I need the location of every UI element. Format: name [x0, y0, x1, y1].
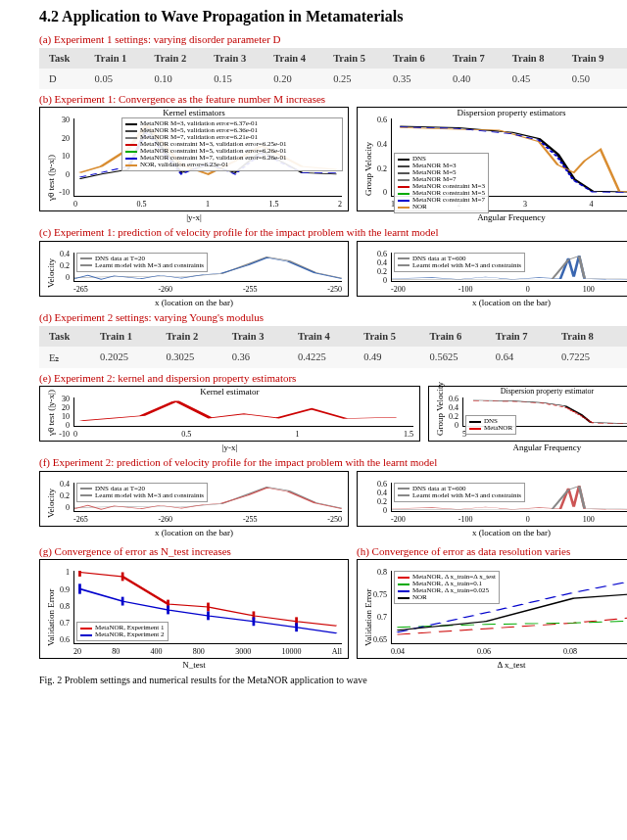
- cell: 0.05: [91, 69, 151, 89]
- col-header: Train 4: [269, 48, 329, 69]
- panel-b-right-ylabel: Group Velocity: [363, 142, 373, 196]
- col-header: Train 6: [389, 48, 449, 69]
- panel-g-ylabel: Validation Error: [46, 589, 56, 646]
- panel-a-caption: (a) Experiment 1 settings: varying disor…: [39, 33, 627, 46]
- panel-c-right-xlabel: x (location on the bar): [357, 298, 627, 307]
- panel-e-left-title: Kernel estimator: [40, 387, 419, 397]
- col-header: Train 8: [557, 326, 623, 347]
- panel-e-right-chart: Dispersion property estimator 0.60.40.20…: [428, 386, 627, 442]
- panel-b-right-title: Dispersion property estimators: [358, 108, 627, 117]
- cell: 0.4225: [294, 347, 360, 368]
- cell: 0.36: [228, 347, 294, 368]
- cell: 0.50: [568, 69, 627, 89]
- cell: 0.40: [449, 69, 508, 89]
- panel-g-xlabel: N_test: [39, 660, 349, 670]
- panel-g-caption: (g) Convergence of error as N_test incre…: [39, 545, 349, 558]
- panel-c-left-chart: 0.40.20-265-260-255-250 DNS data at T=20…: [39, 241, 349, 297]
- col-header: Train 9: [568, 48, 627, 69]
- panel-c-caption: (c) Experiment 1: prediction of velocity…: [39, 226, 627, 239]
- cell: 0.5625: [426, 347, 492, 368]
- col-header: Task: [39, 48, 91, 69]
- panel-e-caption: (e) Experiment 2: kernel and dispersion …: [39, 372, 627, 385]
- cell: 0.2025: [96, 347, 162, 368]
- col-header: Train 7: [449, 48, 508, 69]
- col-header: Train 2: [162, 326, 227, 347]
- panel-e-right-ylabel: Group Velocity: [435, 382, 445, 436]
- panel-b-left-ylabel: γθ test (|y-x|): [46, 155, 56, 201]
- panel-a-table: TaskTrain 1Train 2Train 3Train 4Train 5T…: [39, 48, 627, 89]
- col-header: Train 3: [228, 326, 294, 347]
- cell: 0.25: [623, 347, 627, 368]
- panel-d-table: TaskTrain 1Train 2Train 3Train 4Train 5T…: [39, 326, 627, 368]
- col-header: Test: [623, 326, 627, 347]
- panel-e-left-xlabel: |y-x|: [39, 443, 420, 452]
- panel-b-left-title: Kernel estimators: [40, 108, 348, 117]
- col-header: Train 1: [96, 326, 162, 347]
- panel-e-left-chart: Kernel estimator 3020100-1000.511.5 γθ t…: [39, 386, 420, 442]
- col-header: Train 7: [492, 326, 557, 347]
- panel-b-caption: (b) Experiment 1: Convergence as the fea…: [39, 93, 627, 106]
- cell: 0.15: [210, 69, 269, 89]
- col-header: Train 4: [294, 326, 360, 347]
- panel-h-ylabel: Validation Error: [363, 589, 373, 646]
- section-title: 4.2 Application to Wave Propagation in M…: [39, 8, 627, 25]
- col-header: Train 1: [91, 48, 151, 69]
- col-header: Train 5: [329, 48, 389, 69]
- row-label: E₂: [39, 347, 96, 368]
- panel-h-xlabel: Δ x_test: [357, 660, 627, 670]
- row-label: D: [39, 69, 91, 89]
- col-header: Train 2: [150, 48, 210, 69]
- panel-d-caption: (d) Experiment 2 settings: varying Young…: [39, 311, 627, 324]
- panel-h-caption: (h) Convergence of error as data resolut…: [357, 545, 627, 558]
- panel-b-right-chart: Dispersion property estimators 0.60.40.2…: [357, 107, 627, 211]
- col-header: Train 8: [508, 48, 568, 69]
- col-header: Train 6: [426, 326, 492, 347]
- cell: 0.20: [269, 69, 329, 89]
- col-header: Train 5: [360, 326, 425, 347]
- panel-g-chart: 10.90.80.70.62080400800300010000All Meta…: [39, 559, 349, 659]
- panel-f-right-xlabel: x (location on the bar): [357, 528, 627, 537]
- cell: 0.25: [329, 69, 389, 89]
- cell: 0.3025: [162, 347, 227, 368]
- figure-caption: Fig. 2 Problem settings and numerical re…: [39, 675, 627, 685]
- panel-c-right-chart: 0.60.40.20-200-1000100200 DNS data at T=…: [357, 241, 627, 297]
- panel-b-left-chart: Kernel estimators 3020100-10 00.511.52 M…: [39, 107, 349, 211]
- panel-f-left-xlabel: x (location on the bar): [39, 528, 349, 537]
- col-header: Task: [39, 326, 96, 347]
- panel-b-right-xlabel: Angular Frequency: [357, 212, 627, 222]
- panel-f-ylabel: Velocity: [46, 489, 56, 518]
- panel-e-right-title: Dispersion property estimator: [429, 387, 627, 396]
- cell: 0.49: [360, 347, 425, 368]
- cell: 0.35: [389, 69, 449, 89]
- panel-e-left-ylabel: γθ test (|y-x|): [46, 390, 56, 436]
- panel-h-chart: 0.80.750.70.650.040.060.080.1 MetaNOR, Δ…: [357, 559, 627, 659]
- panel-f-caption: (f) Experiment 2: prediction of velocity…: [39, 456, 627, 469]
- panel-b-left-xlabel: |y-x|: [39, 212, 349, 222]
- panel-e-right-xlabel: Angular Frequency: [428, 443, 627, 452]
- panel-f-left-chart: 0.40.20-265-260-255-250 DNS data at T=20…: [39, 471, 349, 527]
- cell: 0.45: [508, 69, 568, 89]
- cell: 0.7225: [557, 347, 623, 368]
- panel-c-left-xlabel: x (location on the bar): [39, 298, 349, 307]
- panel-c-ylabel: Velocity: [46, 258, 56, 288]
- panel-f-right-chart: 0.60.40.20-200-1000100200 DNS data at T=…: [357, 471, 627, 527]
- cell: 0.64: [492, 347, 557, 368]
- cell: 0.10: [150, 69, 210, 89]
- col-header: Train 3: [210, 48, 269, 69]
